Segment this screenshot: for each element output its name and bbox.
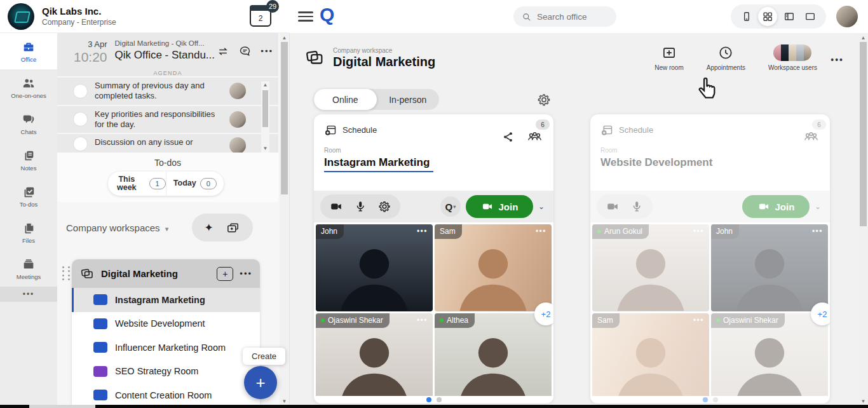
meeting-more-button[interactable]: ••• <box>261 46 273 56</box>
full-view-icon[interactable] <box>801 7 820 26</box>
video-tile-john[interactable]: John ••• <box>316 224 433 311</box>
todos-section: To-dos This week 1 Today 0 <box>57 153 278 202</box>
panel-view-icon[interactable] <box>780 7 799 26</box>
room-list-item-instagram-marketing[interactable]: Instagram Marketing <box>72 288 260 312</box>
appointments-button[interactable]: Appointments <box>707 44 745 71</box>
search-bar[interactable] <box>513 6 616 27</box>
sidebar-item-notes[interactable]: Notes <box>0 142 57 178</box>
tile-more-button[interactable]: ••• <box>536 227 546 236</box>
phone-view-icon[interactable] <box>737 7 756 26</box>
video-tile-ojaswini[interactable]: Ojaswini Shekar ••• <box>711 313 828 400</box>
participant-name: John <box>711 224 739 239</box>
agenda-checkbox[interactable] <box>74 137 87 151</box>
workspace-folder-icon <box>79 266 95 282</box>
room-color-swatch <box>93 318 107 329</box>
room-list-item-influencer-marketing[interactable]: Influencer Marketing Room <box>72 336 260 360</box>
meeting-title[interactable]: Qik Office - Standu... <box>115 49 215 62</box>
camera-icon[interactable] <box>329 200 343 214</box>
mic-icon[interactable] <box>353 200 367 214</box>
comment-icon[interactable] <box>238 44 252 58</box>
hamburger-menu-icon[interactable] <box>298 9 313 24</box>
room-list-item-seo-strategy[interactable]: SEO Strategy Room <box>72 360 260 384</box>
todos-count-this-week: 1 <box>149 178 166 189</box>
chevron-down-icon: ▾ <box>165 225 169 233</box>
new-room-button[interactable]: New room <box>654 44 684 71</box>
search-input[interactable] <box>537 12 607 22</box>
sidebar-item-meetings[interactable]: Meetings <box>0 250 57 287</box>
join-options-chevron[interactable]: ⌄ <box>538 202 545 211</box>
tile-more-button[interactable]: ••• <box>693 227 704 236</box>
join-options-chevron[interactable]: ⌄ <box>815 202 821 211</box>
tile-more-button[interactable]: ••• <box>693 316 704 325</box>
grid-view-icon[interactable] <box>758 7 777 26</box>
workspace-selector[interactable]: Company workspaces ▾ <box>66 222 168 233</box>
agenda-checkbox[interactable] <box>74 85 87 98</box>
sidebar-more-button[interactable]: ••• <box>0 287 57 302</box>
sidebar-item-todos[interactable]: To-dos <box>0 178 57 214</box>
page-dot[interactable] <box>713 397 718 402</box>
page-dot-active[interactable] <box>426 397 431 402</box>
more-participants-badge[interactable]: +2 <box>811 303 830 325</box>
company-header: Qik Labs Inc. Company - Enterprise 2 29 <box>0 0 289 33</box>
meeting-block: 3 Apr 10:20 Digital Marketing - Qik Off.… <box>57 33 278 153</box>
create-fab-button[interactable]: + <box>244 366 277 399</box>
topbar: Q <box>289 0 868 33</box>
company-logo[interactable] <box>8 3 34 30</box>
settings-gear-icon[interactable] <box>536 92 552 107</box>
add-room-button[interactable]: + <box>217 267 233 281</box>
camera-icon[interactable] <box>606 200 620 214</box>
workspace-more-button[interactable]: ••• <box>831 55 844 65</box>
sidebar-item-files[interactable]: Files <box>0 214 57 250</box>
search-icon <box>521 11 532 22</box>
qik-logo[interactable]: Q <box>320 4 334 25</box>
call-controls: Q▾ Join ⌄ <box>314 191 553 222</box>
tile-more-button[interactable]: ••• <box>812 227 823 236</box>
workspace-users-button[interactable]: Workspace users <box>768 44 817 71</box>
mic-icon[interactable] <box>630 200 644 214</box>
page-dot-active[interactable] <box>703 397 708 402</box>
share-icon[interactable] <box>501 130 515 144</box>
notes-icon <box>22 149 36 163</box>
participants-button[interactable]: 6 <box>526 128 543 146</box>
page-dot[interactable] <box>437 397 442 402</box>
room-list-item-content-creation[interactable]: Content Creation Room <box>72 383 260 407</box>
more-participants-badge[interactable]: +2 <box>534 303 553 325</box>
video-tile-althea[interactable]: Althea ••• <box>435 313 552 400</box>
room-drag-handle[interactable] <box>62 266 71 280</box>
sidebar-item-chats[interactable]: Chats <box>0 105 57 142</box>
tab-online[interactable]: Online <box>314 89 377 110</box>
schedule-button[interactable]: Schedule <box>600 123 820 137</box>
tile-more-button[interactable]: ••• <box>417 227 428 236</box>
room-list-item-website-development[interactable]: Website Development <box>72 312 260 336</box>
tile-more-button[interactable]: ••• <box>417 316 428 325</box>
join-button[interactable]: Join <box>742 195 810 218</box>
video-tile-sam[interactable]: Sam ••• <box>435 224 552 311</box>
room-name-field[interactable]: Website Development <box>600 156 712 169</box>
video-tile-arun-gokul[interactable]: Arun Gokul ••• <box>592 224 709 311</box>
room-name-field[interactable]: Instagram Marketing <box>324 156 433 172</box>
participants-button[interactable]: 6 <box>803 128 820 146</box>
agenda-checkbox[interactable] <box>74 112 87 126</box>
todos-filter-today[interactable]: Today 0 <box>166 172 224 196</box>
ai-sparkle-icon[interactable]: ✦ <box>205 221 214 235</box>
tab-in-person[interactable]: In-person <box>377 89 440 110</box>
workspace-folder-icon <box>304 47 325 69</box>
join-button[interactable]: Join <box>466 195 533 218</box>
video-tile-ojaswini[interactable]: Ojaswini Shekar ••• <box>316 313 433 400</box>
workspace-more-button[interactable]: ••• <box>240 269 252 278</box>
user-avatar[interactable] <box>836 6 858 27</box>
av-settings-icon[interactable] <box>377 200 391 214</box>
meeting-context: Digital Marketing - Qik Off... <box>115 39 215 47</box>
todos-filter-this-week[interactable]: This week 1 <box>108 172 166 196</box>
agenda-scrollbar[interactable]: ▲▼ <box>261 81 269 153</box>
q-assistant-dropdown[interactable]: Q▾ <box>440 196 461 217</box>
room-color-swatch <box>93 294 107 305</box>
video-tile-sam[interactable]: Sam ••• <box>592 313 709 400</box>
main-scrollbar[interactable]: ▲▼ <box>858 33 868 408</box>
room-name: SEO Strategy Room <box>115 366 198 376</box>
add-workspace-icon[interactable] <box>226 221 240 235</box>
sidebar-item-office[interactable]: Office <box>0 33 57 69</box>
sidebar-item-one-on-ones[interactable]: One-on-ones <box>0 69 57 105</box>
sync-icon[interactable] <box>217 45 229 58</box>
video-tile-john[interactable]: John ••• <box>711 224 828 311</box>
